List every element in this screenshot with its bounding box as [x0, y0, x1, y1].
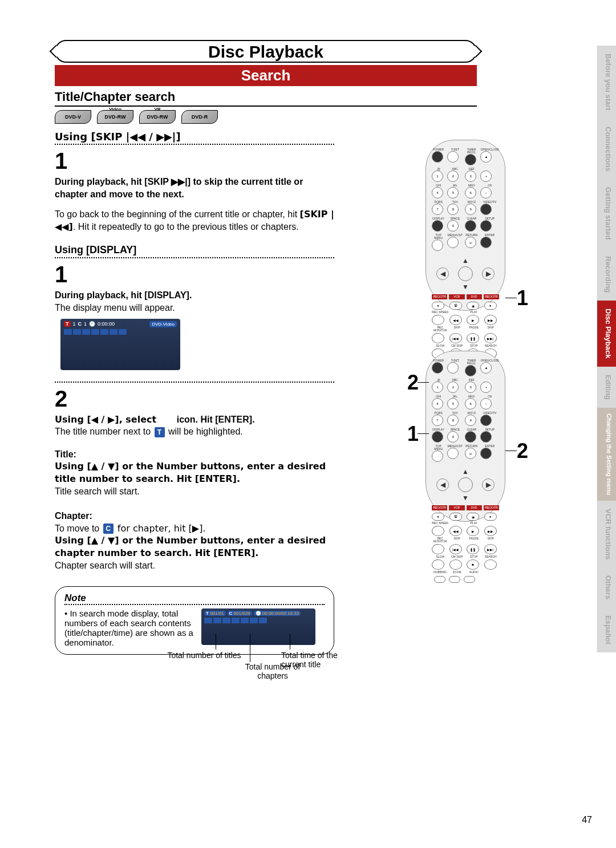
enter-button[interactable] [480, 237, 492, 248]
num-1[interactable]: 1 [432, 171, 443, 182]
dpad: ◀ ▶ ▲ ▼ [432, 257, 499, 291]
label-total-titles: Total number of titles [167, 651, 241, 660]
side-tab-before-you-start[interactable]: Before you start [597, 46, 616, 119]
section-title: Title/Chapter search [55, 90, 477, 107]
skip-instruction: During playback, hit [SKIP ▶▶|] to skip … [55, 177, 303, 199]
callout-2: 2 [407, 371, 419, 395]
side-tab-español[interactable]: Español [597, 607, 616, 652]
rec2-button[interactable]: ● [484, 302, 497, 310]
side-tab-others[interactable]: Others [597, 567, 616, 607]
setup-button[interactable] [480, 220, 492, 232]
remote-top: POWER T-SET TIMER PROG. OPEN/CLOSE▲ .@1 … [425, 140, 505, 311]
dpad-right[interactable]: ▶ [482, 478, 495, 491]
rec-button[interactable]: ● [432, 302, 444, 310]
page-title-banner: Disc Playback [55, 40, 477, 63]
divider [55, 144, 334, 145]
osd-c-val: 1 [84, 321, 87, 327]
num-6[interactable]: 6 [465, 187, 476, 198]
topmenu-button[interactable] [432, 240, 443, 251]
skip-back-text-b: . Hit it repeatedly to go to the previou… [73, 222, 299, 232]
search-heading: Search [55, 65, 477, 86]
osd-c-label: C [78, 321, 82, 327]
rew-button[interactable]: ◀◀ [449, 315, 462, 325]
menulist-button[interactable] [447, 237, 459, 248]
osd-note-menu: T 001/01 C 001/028 🕘 00:00:00/02:18:33 [201, 608, 315, 645]
skip-back-text-a: To go back to the beginning of the curre… [55, 209, 300, 219]
using-display-heading: Using [DISPLAY] [55, 244, 334, 256]
num-4[interactable]: 4 [432, 187, 443, 198]
dpad-left[interactable]: ◀ [436, 478, 449, 491]
dpad-down[interactable]: ▼ [462, 494, 469, 502]
display-button[interactable] [432, 431, 443, 443]
note-bullet: In search mode display, total numbers of… [64, 608, 193, 647]
display-step2-a: Using [◀ / ▶], select [55, 414, 156, 425]
video-tv[interactable] [480, 204, 492, 215]
power-button[interactable] [432, 362, 443, 374]
num-8[interactable]: 8 [447, 204, 459, 215]
power-button[interactable] [432, 151, 443, 163]
skip-back-button[interactable]: |◀◀ [449, 333, 462, 343]
num-9[interactable]: 9 [465, 204, 476, 215]
num-7[interactable]: 7 [432, 204, 443, 215]
side-tab-vcr-functions[interactable]: VCR functions [597, 501, 616, 568]
side-tabs: Before you startConnectionsGetting start… [597, 46, 616, 652]
c-chip-icon: C [103, 524, 114, 534]
enter-button[interactable] [480, 448, 492, 459]
ff-button[interactable]: ▶▶ [484, 315, 497, 325]
note-title: Note [64, 593, 325, 604]
dvd-button[interactable]: ◉ [467, 302, 479, 310]
badge-dvd-r: DVD-R [181, 110, 218, 124]
side-tab-editing[interactable]: Editing [597, 367, 616, 408]
step-number: 1 [55, 263, 67, 286]
disc-badges: DVD-V VideoDVD-RW VRDVD-RW DVD-R [55, 110, 334, 124]
side-tab-recording[interactable]: Recording [597, 248, 616, 301]
recspeed-button[interactable] [432, 315, 444, 325]
clear-button[interactable] [465, 220, 476, 232]
divider [64, 604, 325, 605]
side-tab-changing-the-setting-menu[interactable]: Changing the Setting menu [597, 408, 616, 501]
dpad-center[interactable] [458, 477, 473, 492]
remote-bottom: POWER T-SET TIMER PROG. OPEN/CLOSE▲ .@1 … [425, 351, 505, 522]
side-tab-disc-playback[interactable]: Disc Playback [597, 301, 616, 366]
dpad-right[interactable]: ▶ [482, 267, 495, 280]
side-tab-getting-started[interactable]: Getting started [597, 179, 616, 247]
mode-row: REC/OTR VCR DVD REC/OTR [426, 293, 505, 301]
display-step2-plain-b: will be highlighted. [166, 427, 243, 436]
dpad-center[interactable] [458, 266, 473, 281]
osd-t-val: 1 [73, 321, 76, 327]
ch-up[interactable]: + [480, 171, 492, 182]
divider [55, 257, 334, 258]
timer-button[interactable] [465, 154, 476, 165]
side-tab-connections[interactable]: Connections [597, 119, 616, 180]
ch-down[interactable]: − [480, 187, 492, 198]
step-number: 1 [55, 149, 67, 172]
pause-button[interactable]: ❚❚ [467, 333, 479, 343]
t-chip-icon: T [155, 427, 165, 437]
badge-dvd-v: DVD-V [55, 110, 91, 124]
dpad-up[interactable]: ▲ [462, 257, 469, 265]
vcr-button[interactable]: ⦿ [449, 302, 462, 310]
dpad-up[interactable]: ▲ [462, 468, 469, 476]
page-number: 47 [582, 815, 592, 825]
num-2[interactable]: 2 [447, 171, 459, 182]
tset-button[interactable] [447, 151, 459, 163]
open-close-button[interactable]: ▲ [480, 151, 492, 163]
title-search-plain: Title search will start. [55, 486, 140, 496]
chapter-search-plain: Chapter search will start. [55, 561, 155, 570]
display-step1-bold: During playback, hit [DISPLAY]. [55, 290, 192, 300]
step-number: 2 [55, 387, 67, 410]
num-3[interactable]: 3 [465, 171, 476, 182]
chapter-label: Chapter: [55, 511, 92, 521]
badge-dvd-rw-video: VideoDVD-RW [97, 110, 133, 124]
num-0[interactable]: 0 [447, 220, 459, 232]
return-button[interactable]: ↩ [465, 237, 476, 248]
dpad-left[interactable]: ◀ [436, 267, 449, 280]
play-button[interactable]: ▶ [467, 315, 479, 325]
dpad-down[interactable]: ▼ [462, 283, 469, 291]
skip-fwd-button[interactable]: ▶▶| [484, 333, 497, 343]
recmonitor-button[interactable] [432, 333, 444, 343]
chapter-move-b: for chapter, hit [▶]. [115, 523, 206, 534]
page-title: Disc Playback [208, 42, 323, 61]
display-button[interactable] [432, 220, 443, 232]
num-5[interactable]: 5 [447, 187, 459, 198]
